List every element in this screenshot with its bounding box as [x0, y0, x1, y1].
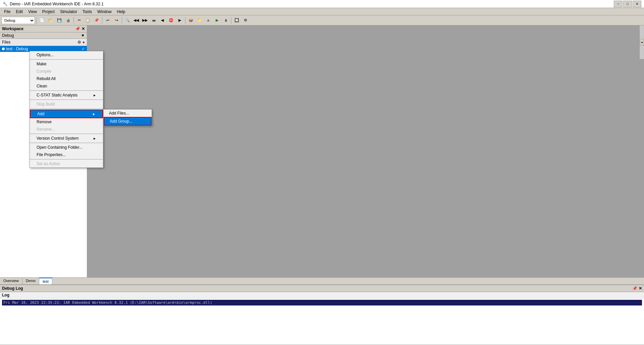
workspace-pin-icon[interactable]: 📌 [75, 26, 80, 31]
ctx-remove[interactable]: Remove [30, 118, 103, 126]
ctx-open-folder[interactable]: Open Containing Folder... [30, 144, 103, 151]
ws-tab-overview[interactable]: Overview [0, 278, 22, 284]
ctx-sep-1 [30, 59, 103, 60]
submenu-add: Add Files... Add Group... [103, 109, 152, 126]
log-label: Log [0, 292, 644, 298]
workspace-header: Workspace 📌 ✕ [0, 25, 87, 32]
submenu-add-files-label: Add Files... [109, 111, 129, 116]
ctx-sep-7 [30, 159, 103, 159]
ctx-rebuild-all-label: Rebuild All [37, 76, 56, 81]
toolbar-pause-btn[interactable]: ⏸ [222, 16, 230, 24]
ctx-options-label: Options... [37, 53, 54, 57]
toolbar-run-btn[interactable]: ▶ [213, 16, 221, 24]
toolbar-open-btn[interactable]: 📂 [47, 16, 55, 24]
minimize-button[interactable]: ─ [614, 1, 623, 7]
toolbar-new-btn[interactable]: 📄 [38, 16, 46, 24]
toolbar-print-btn[interactable]: 🖨 [64, 16, 72, 24]
ctx-file-props-label: File Properties... [37, 152, 66, 157]
menu-item-window[interactable]: Window [95, 9, 114, 15]
toolbar-btn-g[interactable]: 📦 [187, 16, 195, 24]
toolbar-separator-6 [231, 17, 231, 24]
ctx-cstat[interactable]: C-STAT Static Analysis ► [30, 91, 103, 99]
ctx-clean[interactable]: Clean [30, 82, 103, 90]
menu-item-project[interactable]: Project [40, 9, 57, 15]
maximize-button[interactable]: □ [623, 1, 632, 7]
menu-item-file[interactable]: File [1, 9, 13, 15]
ctx-cstat-arrow: ► [93, 93, 96, 97]
toolbar-btn-d[interactable]: ◀ [158, 16, 166, 24]
toolbar-btn-h[interactable]: 📁 [196, 16, 204, 24]
menu-bar: FileEditViewProjectSimulatorToolsWindowH… [0, 8, 644, 15]
log-entry-row: Fri Mar 10, 2023 22:35:22: IAR Embedded … [2, 300, 642, 305]
right-content [87, 25, 644, 277]
files-header: Files ⚙ ● [0, 39, 87, 46]
toolbar-redo-btn[interactable]: ↪ [112, 16, 120, 24]
ctx-file-props[interactable]: File Properties... [30, 151, 103, 158]
debug-log-header-controls: 📌 ✕ [632, 286, 642, 291]
toolbar-btn-e[interactable]: ⛔ [167, 16, 175, 24]
workspace-dropdown-arrow: ▼ [81, 33, 85, 38]
toolbar-copy-btn[interactable]: 📋 [84, 16, 92, 24]
ctx-vcs[interactable]: Version Control System ► [30, 135, 103, 142]
toolbar-undo-btn[interactable]: ↩ [104, 16, 112, 24]
menu-item-simulator[interactable]: Simulator [57, 9, 80, 15]
ctx-add[interactable]: Add ► [30, 110, 103, 118]
submenu-add-group-label: Add Group... [110, 119, 132, 124]
toolbar-cut-btn[interactable]: ✂ [75, 16, 83, 24]
debug-log-title: Debug Log [2, 286, 23, 291]
settings-icon[interactable]: ⚙ [77, 40, 81, 45]
toolbar-separator-5 [185, 17, 185, 24]
ctx-sep-3 [30, 99, 103, 100]
ctx-rebuild-all[interactable]: Rebuild All [30, 75, 103, 82]
project-item-label: test - Debug [6, 47, 80, 51]
red-dot-icon: ● [83, 40, 85, 45]
workspace-header-controls: 📌 ✕ [75, 26, 85, 31]
ctx-add-label: Add [37, 112, 44, 116]
ws-tab-demo[interactable]: Demo [22, 278, 39, 284]
ctx-clean-label: Clean [37, 84, 47, 88]
title-bar-left: 🔧 Demo - IAR Embedded Workbench IDE - Ar… [3, 2, 104, 6]
toolbar-separator-1 [36, 17, 37, 24]
context-menu-primary: Options... Make Compile Rebuild All Clea… [30, 51, 103, 168]
toolbar-chip-btn[interactable]: 🔲 [233, 16, 241, 24]
debug-log-close-icon[interactable]: ✕ [639, 286, 642, 291]
ctx-make-label: Make [37, 62, 46, 66]
toolbar-btn-i[interactable]: ≡ [204, 16, 212, 24]
toolbar-save-btn[interactable]: 💾 [55, 16, 63, 24]
menu-item-view[interactable]: View [25, 9, 40, 15]
ctx-stop-build: Stop Build [30, 100, 103, 108]
ctx-sep-2 [30, 90, 103, 91]
toolbar-find-btn[interactable]: 🔍 [123, 16, 131, 24]
workspace-close-icon[interactable]: ✕ [82, 26, 85, 31]
ctx-sep-4 [30, 109, 103, 109]
toolbar-btn-a[interactable]: ◀◀ [132, 16, 140, 24]
toolbar-separator-4 [122, 17, 122, 24]
project-checkmark: ✓ [82, 47, 85, 51]
workspace-dropdown[interactable]: Debug ▼ [0, 32, 87, 39]
ctx-make[interactable]: Make [30, 60, 103, 68]
toolbar-dropdown[interactable]: Debug [1, 17, 35, 24]
workspace-dropdown-value: Debug [2, 33, 14, 38]
project-dot [2, 48, 5, 50]
ws-tab-test[interactable]: test [39, 278, 52, 284]
side-edge-btn[interactable]: ◄ [640, 39, 644, 46]
toolbar-paste-btn[interactable]: 📌 [93, 16, 101, 24]
menu-item-edit[interactable]: Edit [13, 9, 25, 15]
submenu-add-files[interactable]: Add Files... [104, 110, 152, 117]
title-bar: 🔧 Demo - IAR Embedded Workbench IDE - Ar… [0, 0, 644, 8]
debug-log-pin-icon[interactable]: 📌 [632, 286, 637, 291]
log-content: Fri Mar 10, 2023 22:35:22: IAR Embedded … [0, 298, 644, 345]
menu-item-help[interactable]: Help [114, 9, 128, 15]
ctx-sep-5 [30, 134, 103, 134]
toolbar-btn-f[interactable]: ▶ [176, 16, 184, 24]
toolbar-btn-b[interactable]: ▶▶ [141, 16, 149, 24]
close-button[interactable]: ✕ [633, 1, 641, 7]
debug-log-panel: Debug Log 📌 ✕ Log Fri Mar 10, 2023 22:35… [0, 284, 644, 345]
toolbar-btn-c[interactable]: ⏮ [150, 16, 158, 24]
submenu-add-group[interactable]: Add Group... [104, 117, 152, 126]
ctx-options[interactable]: Options... [30, 51, 103, 59]
workspace-title: Workspace [2, 26, 23, 31]
menu-item-tools[interactable]: Tools [80, 9, 95, 15]
toolbar: Debug 📄 📂 💾 🖨 ✂ 📋 📌 ↩ ↪ 🔍 ◀◀ ▶▶ ⏮ ◀ ⛔ ▶ … [0, 15, 644, 25]
toolbar-config-btn[interactable]: ⚙ [241, 16, 250, 24]
